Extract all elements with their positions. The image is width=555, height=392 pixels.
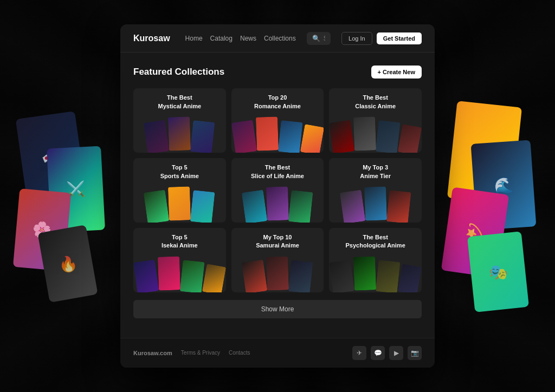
footer-terms[interactable]: Terms & Privacy [181, 350, 220, 356]
search-container: 🔍 [307, 32, 331, 45]
nav-links: Home Catalog News Collections [185, 35, 296, 42]
collection-card-sports[interactable]: Top 5 Sports Anime [133, 158, 226, 223]
nav-actions: Log In Get Started [341, 32, 422, 45]
collection-images-sol [231, 184, 324, 223]
col-img [339, 190, 365, 223]
col-img [179, 260, 204, 292]
collection-title-sports: Top 5 Sports Anime [133, 158, 226, 184]
login-button[interactable]: Log In [341, 32, 372, 45]
col-img [266, 256, 289, 290]
nav-catalog[interactable]: Catalog [210, 35, 233, 42]
col-img [168, 116, 191, 151]
collection-images-mystical [133, 114, 226, 153]
collection-title-isekai: Top 5 Isekai Anime [133, 228, 226, 253]
featured-header: Featured Collections + Create New [133, 66, 422, 79]
col-img [386, 190, 411, 223]
footer-contacts[interactable]: Contacts [229, 350, 250, 356]
collection-images-classic [329, 114, 422, 153]
right-decorative-cards: ⭐ 🌊 💫 🎭 [441, 82, 550, 310]
col-img [242, 259, 268, 292]
collection-images-romance [231, 114, 324, 153]
col-img [300, 124, 324, 153]
collections-grid: The Best Mystical Anime Top 20 Romance A… [133, 88, 422, 292]
search-input[interactable] [324, 35, 325, 42]
col-img [353, 116, 376, 151]
col-img [255, 116, 278, 151]
footer-social-icons: ✈ 💬 ▶ 📷 [352, 346, 422, 360]
nav-logo: Kurosaw [133, 34, 170, 43]
footer-left: Kurosaw.com Terms & Privacy Contacts [133, 350, 250, 356]
col-img [398, 124, 422, 153]
col-img [133, 259, 159, 292]
left-card-4: 🔥 [37, 225, 98, 303]
col-img [144, 190, 170, 223]
collection-title-samurai: My Top 10 Samurai Anime [231, 228, 324, 253]
col-img [329, 120, 354, 153]
collection-card-romance[interactable]: Top 20 Romance Anime [231, 88, 324, 153]
main-window: Kurosaw Home Catalog News Collections 🔍 … [120, 24, 435, 367]
col-img [288, 190, 313, 223]
collection-title-tier: My Top 3 Anime Tier [329, 158, 422, 184]
create-new-button[interactable]: + Create New [371, 66, 422, 79]
collection-card-samurai[interactable]: My Top 10 Samurai Anime [231, 228, 324, 292]
page-title: Featured Collections [133, 67, 224, 77]
collection-images-isekai [133, 253, 226, 292]
show-more-button[interactable]: Show More [133, 300, 422, 318]
discord-icon[interactable]: 💬 [371, 346, 385, 360]
get-started-button[interactable]: Get Started [377, 32, 422, 44]
col-img [266, 186, 289, 220]
collection-title-mystical: The Best Mystical Anime [133, 88, 226, 114]
collection-card-tier[interactable]: My Top 3 Anime Tier [329, 158, 422, 223]
col-img [202, 264, 226, 292]
col-img [158, 256, 180, 290]
footer: Kurosaw.com Terms & Privacy Contacts ✈ 💬… [120, 338, 435, 368]
collection-title-classic: The Best Classic Anime [329, 88, 422, 114]
col-img [144, 120, 170, 153]
collection-card-mystical[interactable]: The Best Mystical Anime [133, 88, 226, 153]
col-img [288, 260, 313, 292]
footer-logo: Kurosaw.com [133, 350, 172, 356]
col-img [353, 256, 376, 290]
nav-news[interactable]: News [240, 35, 256, 42]
col-img [231, 120, 257, 153]
col-img [376, 120, 401, 153]
left-decorative-cards: 🎌 ⚔️ 🌸 🔥 [5, 82, 114, 310]
collection-title-sol: The Best Slice of Life Anime [231, 158, 324, 184]
col-img [190, 190, 215, 223]
youtube-icon[interactable]: ▶ [389, 346, 403, 360]
nav-collections[interactable]: Collections [264, 35, 296, 42]
navbar: Kurosaw Home Catalog News Collections 🔍 … [120, 24, 435, 53]
right-card-4: 🎭 [467, 231, 529, 312]
nav-home[interactable]: Home [185, 35, 203, 42]
col-img [168, 186, 191, 220]
col-img [242, 190, 268, 223]
collection-images-psychological [329, 253, 422, 292]
instagram-icon[interactable]: 📷 [408, 346, 422, 360]
collection-card-sol[interactable]: The Best Slice of Life Anime [231, 158, 324, 223]
col-img [398, 264, 422, 292]
col-img [376, 260, 401, 292]
collection-card-classic[interactable]: The Best Classic Anime [329, 88, 422, 153]
main-content: Featured Collections + Create New The Be… [120, 53, 435, 337]
search-icon: 🔍 [312, 35, 320, 42]
col-img [190, 120, 215, 153]
collection-card-psychological[interactable]: The Best Psychological Anime [329, 228, 422, 292]
collection-images-tier [329, 184, 422, 223]
col-img [278, 120, 302, 153]
telegram-icon[interactable]: ✈ [352, 346, 366, 360]
col-img [329, 259, 354, 292]
collection-title-romance: Top 20 Romance Anime [231, 88, 324, 114]
col-img [364, 186, 387, 220]
collection-images-samurai [231, 253, 324, 292]
collection-title-psychological: The Best Psychological Anime [329, 228, 422, 253]
collection-images-sports [133, 184, 226, 223]
collection-card-isekai[interactable]: Top 5 Isekai Anime [133, 228, 226, 292]
